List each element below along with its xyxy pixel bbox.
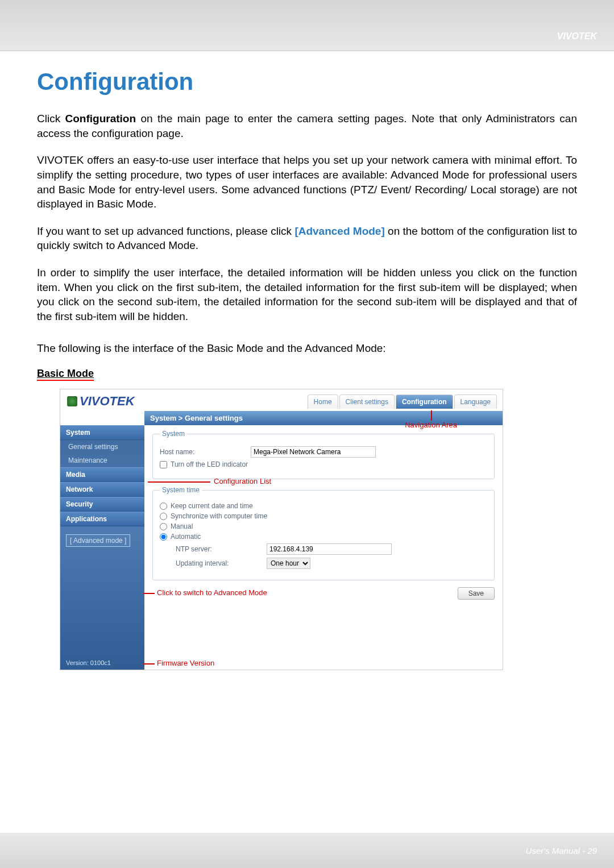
radio-sync-computer-label: Synchronize with computer time xyxy=(171,512,267,520)
tab-client-settings[interactable]: Client settings xyxy=(339,394,395,409)
page-footer: User's Manual - 29 xyxy=(526,846,597,855)
p1-bold: Configuration xyxy=(65,113,136,124)
led-checkbox[interactable] xyxy=(160,461,167,468)
sidebar-item-system[interactable]: System xyxy=(60,425,144,440)
sidebar-item-network[interactable]: Network xyxy=(60,482,144,497)
paragraph-5: The following is the interface of the Ba… xyxy=(37,341,577,356)
sidebar: System General settings Maintenance Medi… xyxy=(60,425,144,670)
content-area: System Host name: Turn off the LED indic… xyxy=(144,425,503,670)
sidebar-item-security[interactable]: Security xyxy=(60,497,144,512)
logo: VIVOTEK xyxy=(67,394,135,409)
ntp-server-input[interactable] xyxy=(267,543,392,555)
updating-interval-select[interactable]: One hour xyxy=(267,558,310,569)
sidebar-item-general-settings[interactable]: General settings xyxy=(60,440,144,454)
advanced-mode-button[interactable]: [ Advanced mode ] xyxy=(66,534,130,547)
host-name-input[interactable] xyxy=(251,446,376,458)
p3-link: [Advanced Mode] xyxy=(294,225,384,237)
sidebar-item-maintenance[interactable]: Maintenance xyxy=(60,454,144,467)
sidebar-item-media[interactable]: Media xyxy=(60,467,144,482)
sidebar-item-applications[interactable]: Applications xyxy=(60,512,144,526)
radio-manual-label: Manual xyxy=(171,522,193,530)
firmware-version: Version: 0100c1 xyxy=(60,656,144,670)
radio-sync-computer[interactable] xyxy=(160,513,167,520)
breadcrumb: System > General settings xyxy=(144,411,503,425)
paragraph-4: In order to simplify the user interface,… xyxy=(37,265,577,324)
system-time-fieldset: System time Keep current date and time S… xyxy=(152,486,495,580)
tab-language[interactable]: Language xyxy=(454,394,497,409)
system-legend: System xyxy=(160,430,187,438)
paragraph-1: Click Configuration on the main page to … xyxy=(37,111,577,140)
basic-mode-label: Basic Mode xyxy=(37,368,94,381)
logo-text: VIVOTEK xyxy=(80,394,135,409)
tab-home[interactable]: Home xyxy=(308,394,338,409)
save-button[interactable]: Save xyxy=(458,587,495,600)
paragraph-2: VIVOTEK offers an easy-to-use user inter… xyxy=(37,153,577,211)
led-label: Turn off the LED indicator xyxy=(171,460,248,468)
radio-keep-current-label: Keep current date and time xyxy=(171,502,253,510)
ui-topbar: VIVOTEK Home Client settings Configurati… xyxy=(60,389,503,411)
tab-configuration[interactable]: Configuration xyxy=(396,394,453,409)
header-brand: VIVOTEK xyxy=(557,31,597,41)
radio-manual[interactable] xyxy=(160,523,167,530)
nav-tabs: Home Client settings Configuration Langu… xyxy=(308,394,497,409)
ntp-server-label: NTP server: xyxy=(176,545,261,553)
host-name-label: Host name: xyxy=(160,448,245,456)
paragraph-3: If you want to set up advanced functions… xyxy=(37,224,577,253)
radio-automatic-label: Automatic xyxy=(171,533,201,541)
system-time-legend: System time xyxy=(160,486,202,494)
radio-automatic[interactable] xyxy=(160,533,167,541)
p3-prefix: If you want to set up advanced functions… xyxy=(37,225,294,237)
system-fieldset: System Host name: Turn off the LED indic… xyxy=(152,430,495,479)
p1-prefix: Click xyxy=(37,113,65,124)
radio-keep-current[interactable] xyxy=(160,502,167,510)
logo-icon xyxy=(67,396,77,406)
page-title: Configuration xyxy=(37,68,577,95)
ui-screenshot: VIVOTEK Home Client settings Configurati… xyxy=(60,389,503,670)
updating-interval-label: Updating interval: xyxy=(176,559,261,567)
